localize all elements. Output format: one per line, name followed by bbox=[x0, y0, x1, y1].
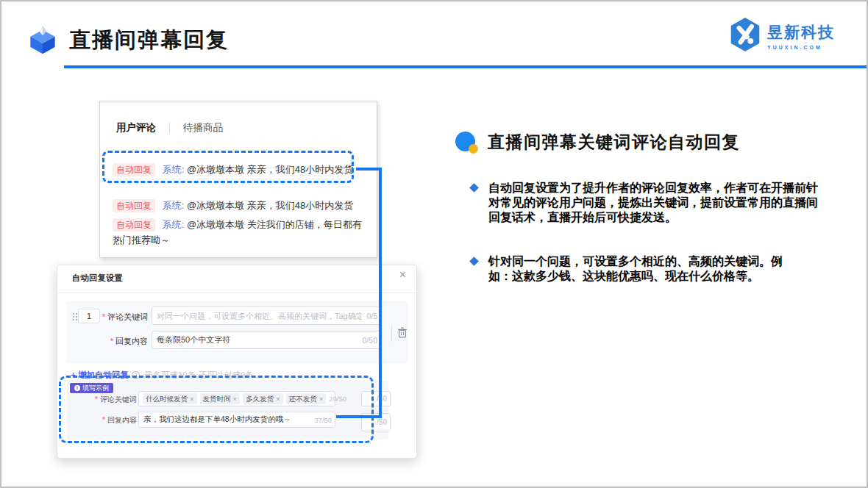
feature-bullet: 针对同一个问题，可设置多个相近的、高频的关键词。例 如：这款多少钱、这块能优惠吗… bbox=[471, 254, 850, 284]
example-badge: i 填写示例 bbox=[70, 383, 113, 393]
tag-close-icon[interactable]: × bbox=[190, 395, 194, 403]
delete-icon[interactable] bbox=[397, 327, 408, 338]
tab-divider bbox=[169, 123, 170, 133]
auto-reply-badge: 自动回复 bbox=[113, 218, 155, 232]
required-mark: * bbox=[95, 395, 98, 403]
info-icon: i bbox=[74, 385, 80, 391]
hidden-counter-field: /50 bbox=[361, 413, 391, 431]
auto-reply-settings-dialog: 自动回复设置 × 1 *评论关键词 0/5 *回复内容 0/50 bbox=[57, 265, 417, 459]
diamond-bullet-icon bbox=[469, 183, 479, 193]
dialog-divider bbox=[57, 293, 416, 293]
keyword-label: *评论关键词 bbox=[96, 312, 148, 323]
company-domain: YUUXIN.COM bbox=[767, 45, 835, 50]
tab-user-comments[interactable]: 用户评论 bbox=[116, 121, 156, 134]
comment-message: 自动回复 系统: @冰墩墩本墩 亲亲，我们48小时内发货 bbox=[113, 162, 366, 177]
example-reply-counter: 37/50 bbox=[314, 416, 335, 424]
example-keyword-counter: 20/50 bbox=[329, 395, 349, 403]
chat-bubble-dot-icon bbox=[469, 144, 478, 154]
reply-input: 0/50 bbox=[152, 331, 382, 349]
message-sender: 系统: bbox=[163, 200, 185, 211]
auto-reply-badge: 自动回复 bbox=[113, 199, 155, 212]
diamond-bullet-icon bbox=[469, 256, 479, 266]
keyword-tag[interactable]: 什么时候发货× bbox=[143, 393, 197, 404]
message-text: @冰墩墩本墩 亲亲，我们48小时内发货 bbox=[187, 164, 353, 175]
add-auto-reply-button[interactable]: + 增加自动回复 bbox=[71, 370, 129, 381]
keyword-input: 0/5 bbox=[152, 306, 382, 325]
tag-close-icon[interactable]: × bbox=[319, 395, 324, 403]
chat-bubble-icon bbox=[455, 132, 475, 151]
feature-heading: 直播间弹幕关键词评论自动回复 bbox=[488, 131, 740, 154]
comment-panel: 用户评论 待播商品 自动回复 系统: @冰墩墩本墩 亲亲，我们48小时内发货 自… bbox=[99, 101, 377, 258]
drag-handle-icon[interactable] bbox=[72, 312, 78, 321]
company-name: 昱新科技 bbox=[767, 22, 835, 43]
company-hexagon-icon bbox=[727, 16, 764, 53]
reply-input-field[interactable] bbox=[152, 336, 363, 345]
row-action-divider bbox=[391, 325, 392, 342]
example-reply-label: *回复内容 bbox=[89, 415, 137, 426]
add-auto-reply-row: + 增加自动回复 ? 最多可建10条 还可以创建9条 bbox=[71, 370, 254, 381]
add-auto-reply-hint: 最多可建10条 还可以创建9条 bbox=[144, 370, 254, 381]
keyword-counter: 0/5 bbox=[366, 312, 381, 320]
example-keyword-tags-field[interactable]: 什么时候发货× 发货时间× 多久发货× 还不发货× 20/50 bbox=[138, 391, 335, 406]
keyword-tag[interactable]: 发货时间× bbox=[200, 393, 241, 404]
example-reply-input-field[interactable] bbox=[139, 415, 314, 424]
tag-close-icon[interactable]: × bbox=[276, 395, 280, 403]
keyword-tag[interactable]: 多久发货× bbox=[243, 393, 283, 404]
required-mark: * bbox=[102, 416, 105, 424]
keyword-tag[interactable]: 还不发货× bbox=[286, 393, 327, 404]
message-text: @冰墩墩本墩 亲亲，我们48小时内发货 bbox=[187, 200, 353, 211]
comment-message: 自动回复 系统: @冰墩墩本墩 关注我们的店铺，每日都有热门推荐呦～ bbox=[113, 217, 366, 248]
company-logo: 昱新科技 YUUXIN.COM bbox=[727, 16, 835, 53]
feature-bullet-text: 针对同一个问题，可设置多个相近的、高频的关键词。例 如：这款多少钱、这块能优惠吗… bbox=[488, 254, 783, 284]
example-reply-input: 37/50 bbox=[138, 412, 335, 428]
message-sender: 系统: bbox=[163, 219, 185, 230]
page-title: 直播间弹幕回复 bbox=[69, 26, 229, 55]
comment-message: 自动回复 系统: @冰墩墩本墩 亲亲，我们48小时内发货 bbox=[113, 198, 366, 213]
cube-logo-icon bbox=[28, 24, 57, 55]
comment-panel-tabs: 用户评论 待播商品 bbox=[116, 121, 223, 134]
required-mark: * bbox=[102, 312, 105, 321]
page: 直播间弹幕回复 昱新科技 YUUXIN.COM 用户评论 待播商品 自动回复 系… bbox=[0, 0, 868, 488]
keyword-input-field[interactable] bbox=[152, 312, 366, 320]
hidden-counter-field: /50 bbox=[361, 391, 391, 406]
help-icon[interactable]: ? bbox=[132, 371, 140, 379]
required-mark: * bbox=[110, 337, 113, 345]
message-sender: 系统: bbox=[163, 164, 185, 175]
reply-label: *回复内容 bbox=[96, 336, 148, 347]
example-badge-label: 填写示例 bbox=[82, 384, 109, 393]
header-divider bbox=[64, 65, 867, 68]
feature-bullet: 自动回复设置为了提升作者的评论回复效率，作者可在开播前针 对常见的评论用户问题，… bbox=[471, 181, 850, 225]
feature-bullet-text: 自动回复设置为了提升作者的评论回复效率，作者可在开播前针 对常见的评论用户问题，… bbox=[488, 181, 818, 225]
auto-reply-badge: 自动回复 bbox=[113, 163, 155, 176]
example-keyword-label: *评论关键词 bbox=[89, 395, 137, 405]
company-logo-text: 昱新科技 YUUXIN.COM bbox=[767, 22, 835, 50]
tag-close-icon[interactable]: × bbox=[233, 395, 238, 403]
auto-reply-rule-row: 1 *评论关键词 0/5 *回复内容 0/50 bbox=[67, 301, 408, 364]
tab-pending-products[interactable]: 待播商品 bbox=[183, 121, 223, 134]
reply-counter: 0/50 bbox=[363, 336, 381, 345]
dialog-title: 自动回复设置 bbox=[72, 273, 123, 284]
example-section: i 填写示例 *评论关键词 什么时候发货× 发货时间× 多久发货× 还不发货× … bbox=[67, 381, 388, 439]
close-icon[interactable]: × bbox=[399, 269, 406, 281]
